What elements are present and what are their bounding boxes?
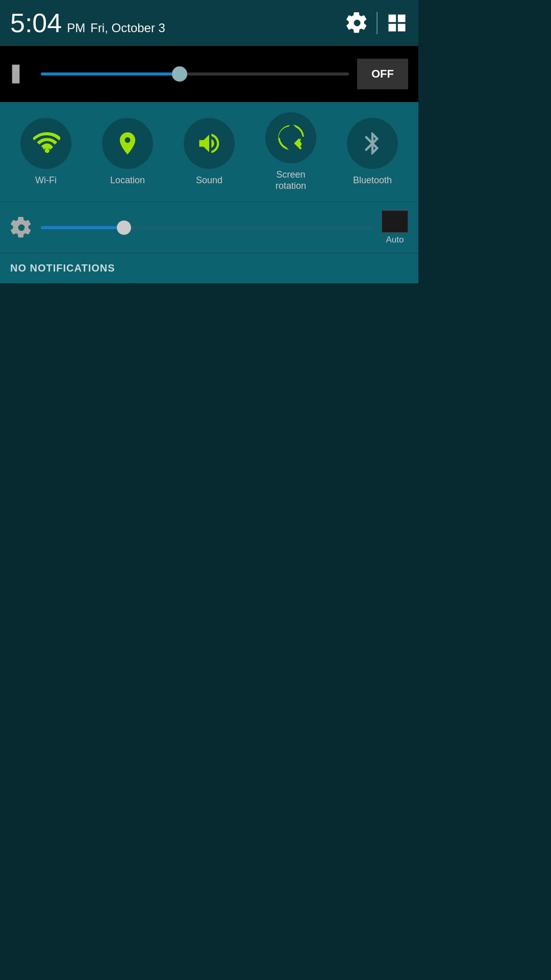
bluetooth-icon: [359, 130, 386, 157]
status-divider: [377, 12, 378, 34]
status-icons: [346, 12, 408, 34]
date: Fri, October 3: [90, 21, 165, 35]
brightness-bar: OFF: [0, 46, 418, 102]
sound-icon: [196, 130, 222, 157]
no-notifications-text: NO NOTIFICATIONS: [10, 262, 115, 274]
location-label: Location: [110, 175, 145, 186]
quick-item-bluetooth[interactable]: Bluetooth: [347, 118, 398, 186]
brightness-settings-icon: [10, 216, 33, 239]
status-bar: 5:04 PM Fri, October 3: [0, 0, 418, 46]
settings-icon[interactable]: [346, 12, 368, 34]
svg-rect-0: [12, 65, 20, 84]
auto-brightness-row: Auto: [0, 202, 418, 253]
auto-brightness-slider[interactable]: [41, 226, 373, 229]
quick-item-wifi[interactable]: Wi-Fi: [20, 118, 71, 186]
auto-brightness-box: [382, 210, 408, 233]
location-circle: [102, 118, 153, 169]
auto-label: Auto: [386, 235, 404, 245]
wifi-circle: [20, 118, 71, 169]
screen-rotation-label: Screenrotation: [276, 169, 306, 191]
time-area: 5:04 PM Fri, October 3: [10, 8, 165, 38]
screen-rotation-icon: [278, 125, 304, 151]
clock: 5:04: [10, 8, 62, 38]
quick-panel-icon[interactable]: [386, 12, 408, 34]
ampm: PM: [67, 21, 85, 35]
quick-settings-panel: Wi-Fi Location Sound: [0, 102, 418, 202]
bluetooth-label: Bluetooth: [353, 175, 392, 186]
wifi-icon: [32, 129, 60, 158]
brightness-icon: [10, 63, 33, 85]
off-button[interactable]: OFF: [357, 59, 408, 89]
brightness-slider[interactable]: [41, 72, 349, 76]
location-icon: [114, 130, 141, 157]
quick-item-sound[interactable]: Sound: [184, 118, 235, 186]
quick-item-screen-rotation[interactable]: Screenrotation: [265, 112, 316, 191]
screen-rotation-circle: [265, 112, 316, 163]
no-notifications-bar: NO NOTIFICATIONS: [0, 253, 418, 283]
quick-icons-row: Wi-Fi Location Sound: [5, 112, 413, 191]
bluetooth-circle: [347, 118, 398, 169]
auto-brightness-button[interactable]: Auto: [382, 210, 408, 245]
sound-circle: [184, 118, 235, 169]
sound-label: Sound: [196, 175, 222, 186]
wifi-label: Wi-Fi: [35, 175, 57, 186]
quick-item-location[interactable]: Location: [102, 118, 153, 186]
